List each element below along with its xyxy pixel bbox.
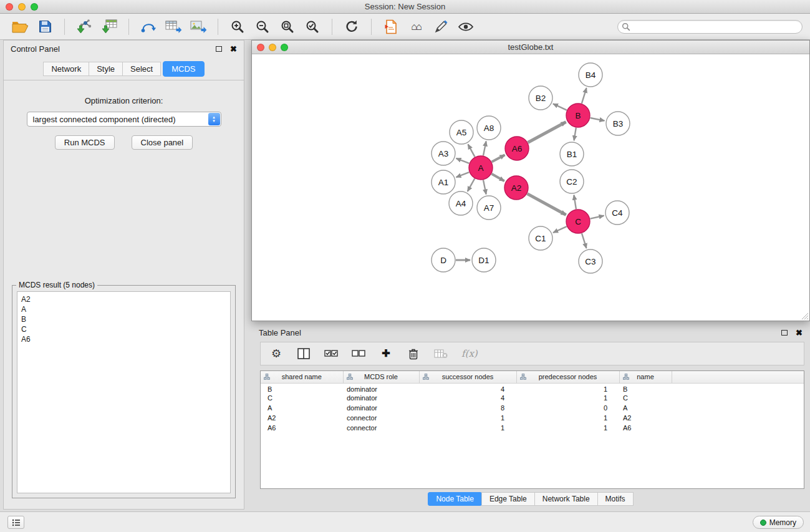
- import-network-button[interactable]: [73, 16, 95, 37]
- tab-select[interactable]: Select: [122, 62, 161, 76]
- mcds-result-item[interactable]: B: [21, 314, 226, 324]
- network-minimize-button[interactable]: [269, 44, 276, 51]
- graph-edge-B-B3[interactable]: [591, 118, 605, 121]
- zoom-window-button[interactable]: [31, 3, 38, 11]
- graph-node-A2[interactable]: A2: [504, 176, 528, 200]
- zoom-in-button[interactable]: [226, 16, 249, 37]
- refresh-button[interactable]: [340, 16, 363, 37]
- graph-edge-A-A2[interactable]: [491, 174, 504, 181]
- annotation-button[interactable]: [380, 16, 402, 37]
- new-network-button[interactable]: [137, 16, 160, 37]
- close-panel-icon[interactable]: ✖: [230, 45, 237, 53]
- export-image-button[interactable]: [187, 16, 210, 37]
- column-header-predecessor-nodes[interactable]: predecessor nodes: [516, 371, 619, 383]
- graph-node-A3[interactable]: A3: [432, 142, 455, 165]
- deselect-all-button[interactable]: [352, 349, 365, 358]
- tab-mcds[interactable]: MCDS: [163, 61, 204, 77]
- close-panel-button[interactable]: Close panel: [132, 135, 193, 150]
- delete-table-button[interactable]: [434, 349, 448, 359]
- graph-edge-B-B4[interactable]: [582, 88, 587, 104]
- graph-edge-C-C1[interactable]: [553, 226, 567, 233]
- close-table-panel-icon[interactable]: ✖: [796, 329, 803, 337]
- column-header-shared-name[interactable]: shared name: [261, 371, 343, 383]
- show-hide-button[interactable]: [455, 16, 477, 37]
- style-editor-button[interactable]: [430, 16, 452, 37]
- delete-column-button[interactable]: [407, 348, 420, 360]
- network-window-titlebar[interactable]: testGlobe.txt: [252, 41, 809, 54]
- tab-network[interactable]: Network: [43, 62, 89, 76]
- graph-node-B3[interactable]: B3: [606, 112, 630, 135]
- close-window-button[interactable]: [6, 3, 13, 11]
- run-mcds-button[interactable]: Run MCDS: [55, 135, 115, 150]
- export-table-button[interactable]: [162, 16, 185, 37]
- graph-node-C[interactable]: C: [566, 210, 590, 233]
- tab-motifs[interactable]: Motifs: [597, 492, 634, 506]
- function-builder-button[interactable]: f(x): [461, 348, 478, 359]
- graph-node-B1[interactable]: B1: [560, 142, 584, 166]
- zoom-out-button[interactable]: [251, 16, 274, 37]
- open-session-button[interactable]: [9, 16, 31, 37]
- mcds-result-item[interactable]: C: [21, 324, 226, 334]
- zoom-fit-button[interactable]: [276, 16, 299, 37]
- mcds-result-item[interactable]: A: [21, 304, 226, 314]
- graph-edge-A-A6[interactable]: [492, 155, 505, 162]
- table-row[interactable]: A6connector11A6: [261, 423, 804, 433]
- graph-edge-A-A5[interactable]: [468, 144, 475, 157]
- network-zoom-button[interactable]: [281, 44, 288, 51]
- tab-style[interactable]: Style: [89, 62, 123, 76]
- graph-node-A4[interactable]: A4: [449, 191, 473, 215]
- tab-node-table[interactable]: Node Table: [428, 492, 482, 506]
- tab-edge-table[interactable]: Edge Table: [481, 492, 535, 506]
- graph-edge-A-A4[interactable]: [468, 178, 475, 191]
- table-row[interactable]: Cdominator41C: [261, 393, 804, 403]
- graph-node-A6[interactable]: A6: [505, 137, 529, 160]
- graph-node-C3[interactable]: C3: [579, 249, 602, 273]
- import-table-button[interactable]: [98, 16, 120, 37]
- network-close-button[interactable]: [257, 44, 264, 51]
- graph-edge-C-C4[interactable]: [591, 216, 604, 219]
- table-row[interactable]: Adominator80A: [261, 403, 804, 413]
- table-row[interactable]: Bdominator41B: [261, 383, 804, 393]
- graph-edge-A6-B[interactable]: [528, 122, 566, 142]
- zoom-selected-button[interactable]: [301, 16, 324, 37]
- column-header-successor-nodes[interactable]: successor nodes: [419, 371, 516, 383]
- tab-network-table[interactable]: Network Table: [534, 492, 598, 506]
- graph-node-D[interactable]: D: [432, 248, 455, 272]
- table-settings-button[interactable]: ⚙: [269, 348, 283, 359]
- float-panel-icon[interactable]: [216, 46, 222, 52]
- graph-edge-C-C2[interactable]: [574, 195, 576, 210]
- graph-node-B[interactable]: B: [566, 104, 590, 127]
- graph-node-C1[interactable]: C1: [529, 226, 552, 250]
- graph-edge-A-A1[interactable]: [456, 172, 470, 177]
- graph-node-C4[interactable]: C4: [605, 201, 629, 225]
- float-table-panel-icon[interactable]: [781, 330, 788, 336]
- show-columns-button[interactable]: [297, 348, 311, 359]
- graph-edge-B-B2[interactable]: [553, 104, 567, 110]
- network-graph[interactable]: B4B2B3A5A8B1A3C2A1A4A7C4C1C3DD1BA6AA2C: [252, 54, 809, 321]
- graph-node-A[interactable]: A: [469, 156, 493, 180]
- column-header-name[interactable]: name: [619, 371, 672, 383]
- home-view-button[interactable]: ⌂⌂: [405, 16, 427, 37]
- graph-edge-C-C3[interactable]: [582, 233, 586, 248]
- graph-node-A1[interactable]: A1: [432, 170, 455, 194]
- graph-node-A5[interactable]: A5: [450, 120, 473, 144]
- minimize-window-button[interactable]: [18, 3, 26, 11]
- save-session-button[interactable]: [34, 16, 56, 37]
- resize-grip-icon[interactable]: [801, 312, 809, 320]
- graph-node-B4[interactable]: B4: [579, 63, 602, 87]
- graph-edge-A-A3[interactable]: [456, 158, 470, 163]
- table-row[interactable]: A2connector11A2: [261, 413, 804, 423]
- graph-edge-B-B1[interactable]: [574, 128, 576, 141]
- optimization-criterion-select[interactable]: largest connected component (directed) ▲…: [27, 112, 221, 127]
- network-canvas[interactable]: B4B2B3A5A8B1A3C2A1A4A7C4C1C3DD1BA6AA2C: [252, 54, 809, 321]
- task-history-button[interactable]: [7, 516, 24, 529]
- search-input[interactable]: [617, 20, 803, 34]
- graph-edge-A-A8[interactable]: [483, 142, 486, 156]
- select-all-button[interactable]: [324, 349, 338, 358]
- graph-node-C2[interactable]: C2: [560, 170, 584, 193]
- graph-edge-A-A7[interactable]: [483, 180, 486, 195]
- graph-edge-A2-C[interactable]: [528, 194, 566, 215]
- graph-node-D1[interactable]: D1: [472, 248, 496, 272]
- column-header-MCDS-role[interactable]: MCDS role: [343, 371, 419, 383]
- mcds-result-item[interactable]: A6: [21, 334, 226, 344]
